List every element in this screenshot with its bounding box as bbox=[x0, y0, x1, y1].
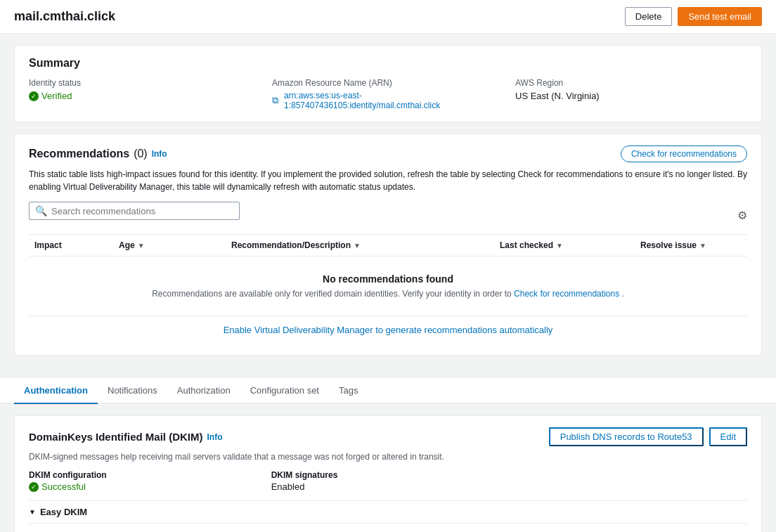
dkim-config-value: ✓ Successful bbox=[29, 481, 263, 492]
identity-status-item: Identity status ✓ Verified bbox=[29, 78, 261, 110]
dkim-info-link[interactable]: Info bbox=[207, 432, 223, 442]
rec-sort-icon[interactable]: ▼ bbox=[354, 242, 361, 249]
publish-dns-route53-button[interactable]: Publish DNS records to Route53 bbox=[549, 427, 704, 446]
region-item: AWS Region US East (N. Virginia) bbox=[515, 78, 747, 110]
summary-grid: Identity status ✓ Verified Amazon Resour… bbox=[29, 78, 747, 110]
col-last-checked: Last checked ▼ bbox=[494, 235, 635, 256]
search-row: 🔍 ⚙ bbox=[29, 202, 747, 228]
vdm-link: Enable Virtual Deliverability Manager to… bbox=[29, 316, 747, 344]
recommendations-description: This static table lists high-impact issu… bbox=[29, 168, 747, 193]
resolve-sort-icon[interactable]: ▼ bbox=[699, 242, 706, 249]
last-checked-sort-icon[interactable]: ▼ bbox=[556, 242, 563, 249]
dkim-config-label: DKIM configuration bbox=[29, 470, 263, 480]
col-age: Age ▼ bbox=[113, 235, 226, 256]
dkim-signatures-value: Enabled bbox=[271, 481, 505, 492]
header-actions: Delete Send test email bbox=[625, 7, 762, 26]
search-input[interactable] bbox=[51, 206, 233, 216]
tab-notifications[interactable]: Notifications bbox=[98, 378, 167, 404]
dkim-details: DKIM current signing length RSA_2048_BIT… bbox=[29, 529, 747, 532]
vdm-enable-link[interactable]: Enable Virtual Deliverability Manager to… bbox=[224, 325, 553, 335]
table-header: Impact Age ▼ Recommendation/Description … bbox=[29, 235, 747, 257]
summary-title: Summary bbox=[29, 57, 747, 70]
dkim-section: DomainKeys Identified Mail (DKIM) Info P… bbox=[14, 415, 762, 532]
delete-button[interactable]: Delete bbox=[625, 7, 673, 26]
arn-label: Amazon Resource Name (ARN) bbox=[272, 78, 504, 88]
search-icon: 🔍 bbox=[35, 205, 47, 216]
empty-state: No recommendations found Recommendations… bbox=[29, 257, 747, 316]
dkim-info-grid: DKIM configuration ✓ Successful DKIM sig… bbox=[29, 470, 747, 492]
dkim-edit-button[interactable]: Edit bbox=[709, 427, 747, 446]
gear-icon[interactable]: ⚙ bbox=[737, 209, 747, 222]
recommendations-header: Recommendations (0) Info Check for recom… bbox=[29, 145, 747, 162]
send-test-email-button[interactable]: Send test email bbox=[678, 7, 762, 26]
tab-authorization[interactable]: Authorization bbox=[167, 378, 240, 404]
tab-configuration-set[interactable]: Configuration set bbox=[240, 378, 329, 404]
recommendations-card: Recommendations (0) Info Check for recom… bbox=[14, 134, 762, 356]
check-rec-link[interactable]: Check for recommendations bbox=[514, 289, 619, 299]
search-bar: 🔍 bbox=[29, 202, 240, 220]
recommendations-title: Recommendations (0) Info bbox=[29, 148, 167, 160]
dkim-desc: DKIM-signed messages help receiving mail… bbox=[29, 452, 747, 462]
recommendations-info-link[interactable]: Info bbox=[152, 149, 167, 159]
arn-item: Amazon Resource Name (ARN) ⧉ arn:aws:ses… bbox=[272, 78, 504, 110]
dkim-title: DomainKeys Identified Mail (DKIM) Info bbox=[29, 431, 223, 443]
dkim-signatures-item: DKIM signatures Enabled bbox=[271, 470, 505, 492]
summary-card: Summary Identity status ✓ Verified Amazo… bbox=[14, 45, 762, 122]
recommendations-table: Impact Age ▼ Recommendation/Description … bbox=[29, 234, 747, 316]
arn-value-row: ⧉ arn:aws:ses:us-east-1:857407436105:ide… bbox=[272, 91, 504, 110]
copy-icon[interactable]: ⧉ bbox=[272, 95, 278, 106]
dkim-success-icon: ✓ bbox=[29, 482, 39, 492]
page-title: mail.cmthai.click bbox=[14, 9, 115, 24]
identity-status-label: Identity status bbox=[29, 78, 261, 88]
verified-icon: ✓ bbox=[29, 91, 39, 101]
age-sort-icon[interactable]: ▼ bbox=[138, 242, 145, 249]
dkim-actions: Publish DNS records to Route53 Edit bbox=[549, 427, 747, 446]
col-recommendation: Recommendation/Description ▼ bbox=[226, 235, 494, 256]
tabs: Authentication Notifications Authorizati… bbox=[0, 378, 776, 404]
identity-status-value: ✓ Verified bbox=[29, 91, 261, 101]
region-label: AWS Region bbox=[515, 78, 747, 88]
check-recommendations-button[interactable]: Check for recommendations bbox=[621, 145, 747, 162]
dkim-header: DomainKeys Identified Mail (DKIM) Info P… bbox=[29, 427, 747, 446]
col-impact: Impact bbox=[29, 235, 113, 256]
dkim-signatures-label: DKIM signatures bbox=[271, 470, 505, 480]
tab-tags[interactable]: Tags bbox=[329, 378, 368, 404]
easy-dkim-toggle[interactable]: ▼ Easy DKIM bbox=[29, 500, 747, 524]
dkim-config-item: DKIM configuration ✓ Successful bbox=[29, 470, 263, 492]
arn-value: arn:aws:ses:us-east-1:857407436105:ident… bbox=[284, 91, 504, 110]
empty-title: No recommendations found bbox=[46, 273, 730, 285]
empty-desc: Recommendations are available only for v… bbox=[46, 289, 730, 299]
tab-authentication[interactable]: Authentication bbox=[14, 378, 98, 404]
region-value: US East (N. Virginia) bbox=[515, 91, 747, 101]
easy-dkim-chevron-icon: ▼ bbox=[29, 508, 36, 516]
col-resolve: Resolve issue ▼ bbox=[635, 235, 747, 256]
